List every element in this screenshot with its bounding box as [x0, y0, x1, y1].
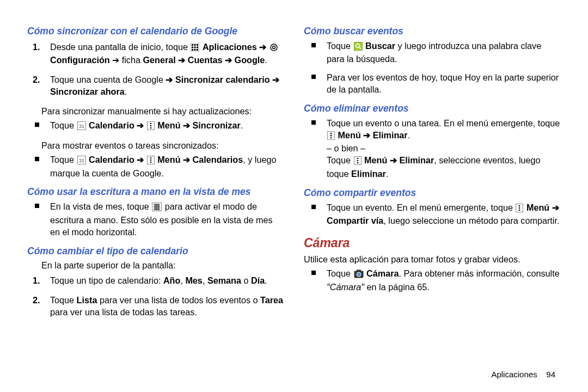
manual-page: Cómo sincronizar con el calendario de Go…	[0, 0, 588, 392]
svg-point-37	[330, 134, 332, 136]
svg-rect-3	[197, 44, 198, 46]
calendar-31-icon: 31	[77, 121, 86, 133]
handwriting-mode-icon	[152, 203, 162, 215]
heading-delete-events: Cómo eliminar eventos	[304, 102, 561, 115]
svg-rect-4	[192, 46, 193, 48]
svg-text:31: 31	[79, 158, 84, 163]
heading-sync-google: Cómo sincronizar con el calendario de Go…	[27, 25, 284, 38]
svg-point-22	[150, 159, 151, 161]
footer-section: Aplicaciones	[491, 370, 537, 379]
sync-manual-note: Para sincronizar manualmente si hay actu…	[41, 106, 284, 118]
step-2: Toque una cuenta de Google ➔ Sincronizar…	[50, 74, 284, 98]
menu-dots-icon	[147, 156, 155, 168]
svg-rect-5	[194, 46, 196, 48]
or-divider: – o bien –	[327, 143, 561, 155]
step-1: Desde una pantalla de inicio, toque Apli…	[50, 41, 284, 67]
heading-camera: Cámara	[304, 235, 561, 252]
svg-point-17	[150, 127, 151, 129]
svg-rect-7	[192, 49, 193, 51]
camera-item: Toque Cámara. Para obtener más informaci…	[327, 268, 561, 293]
show-events-item: Toque 31 Calendario ➔ Menú ➔ Calendarios…	[50, 154, 284, 180]
sync-manual-item: Toque 31 Calendario ➔ Menú ➔ Sincronizar…	[50, 120, 284, 133]
sync-manual-list: Toque 31 Calendario ➔ Menú ➔ Sincronizar…	[27, 120, 284, 133]
svg-rect-6	[197, 46, 198, 48]
camera-icon	[354, 270, 364, 281]
right-column: Cómo buscar eventos Toque Buscar y luego…	[294, 22, 561, 381]
svg-point-38	[330, 137, 332, 138]
change-type-note: En la parte superior de la pantalla:	[41, 260, 284, 272]
svg-point-40	[357, 158, 358, 160]
footer-page-number: 94	[546, 370, 555, 379]
show-events-note: Para mostrar eventos o tareas sincroniza…	[41, 140, 284, 152]
change-type-list: Toque un tipo de calendario: Año, Mes, S…	[27, 275, 284, 318]
svg-point-23	[150, 161, 151, 163]
svg-rect-1	[192, 44, 193, 46]
camera-intro: Utilice esta aplicación para tomar fotos…	[304, 254, 561, 266]
svg-rect-48	[357, 270, 361, 272]
svg-point-16	[150, 125, 151, 127]
page-footer: Aplicaciones 94	[491, 369, 555, 380]
calendar-31-icon: 31	[77, 156, 86, 168]
search-item-2: Para ver los eventos de hoy, toque Hoy e…	[327, 72, 561, 96]
svg-point-21	[150, 157, 151, 158]
menu-dots-icon	[354, 156, 362, 168]
svg-rect-9	[197, 49, 198, 51]
search-item-1: Toque Buscar y luego introduzca una pala…	[327, 40, 561, 66]
menu-dots-icon	[147, 121, 155, 133]
delete-item: Toque un evento o una tarea. En el menú …	[327, 118, 561, 180]
heading-search-events: Cómo buscar eventos	[304, 25, 561, 38]
share-events-list: Toque un evento. En el menú emergente, t…	[304, 202, 561, 228]
heading-change-type: Cómo cambiar el tipo de calendario	[27, 245, 284, 258]
delete-events-list: Toque un evento o una tarea. En el menú …	[304, 118, 561, 180]
type-step-1: Toque un tipo de calendario: Año, Mes, S…	[50, 275, 284, 287]
search-icon	[354, 42, 363, 54]
menu-dots-icon	[516, 204, 523, 216]
svg-point-11	[272, 46, 275, 48]
svg-point-44	[519, 205, 520, 206]
heading-handwriting: Cómo usar la escritura a mano en la vist…	[27, 186, 284, 199]
show-events-list: Toque 31 Calendario ➔ Menú ➔ Calendarios…	[27, 154, 284, 180]
svg-rect-2	[194, 44, 196, 46]
share-item: Toque un evento. En el menú emergente, t…	[327, 202, 561, 228]
svg-point-41	[357, 160, 358, 162]
menu-dots-icon	[327, 131, 335, 143]
heading-share-events: Cómo compartir eventos	[304, 187, 561, 200]
svg-rect-8	[194, 49, 196, 51]
svg-point-36	[330, 132, 332, 134]
svg-rect-32	[354, 42, 362, 50]
handwriting-item: En la vista de mes, toque para activar e…	[50, 201, 284, 238]
search-events-list: Toque Buscar y luego introduzca una pala…	[304, 40, 561, 96]
apps-grid-icon	[191, 43, 199, 55]
svg-text:31: 31	[79, 124, 84, 129]
camera-list: Toque Cámara. Para obtener más informaci…	[304, 268, 561, 293]
svg-point-42	[357, 162, 358, 164]
left-column: Cómo sincronizar con el calendario de Go…	[27, 22, 294, 381]
handwriting-list: En la vista de mes, toque para activar e…	[27, 201, 284, 238]
svg-point-46	[519, 209, 520, 211]
settings-gear-icon	[270, 43, 278, 55]
svg-point-45	[519, 207, 520, 209]
svg-point-15	[150, 123, 151, 125]
svg-point-10	[271, 44, 277, 51]
type-step-2: Toque Lista para ver una lista de todos …	[50, 295, 284, 318]
svg-point-49	[357, 272, 361, 277]
sync-steps-list: Desde una pantalla de inicio, toque Apli…	[27, 41, 284, 98]
